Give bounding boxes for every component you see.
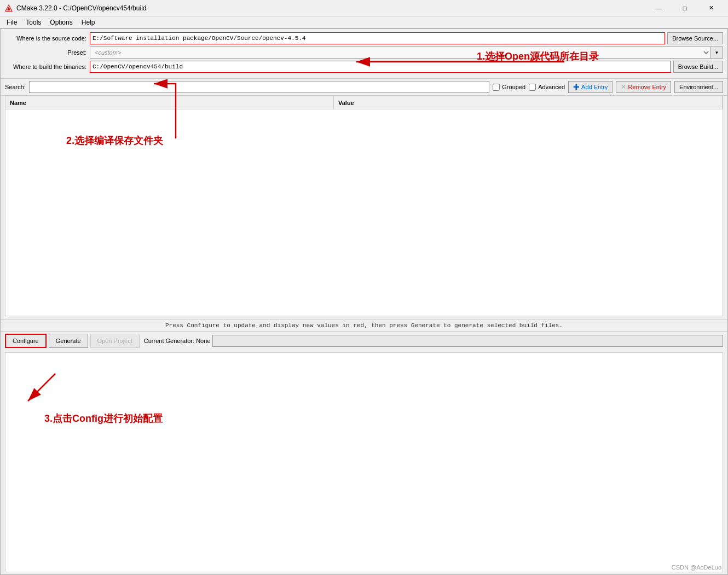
minimize-button[interactable]: — xyxy=(646,0,671,16)
window-title: CMake 3.22.0 - C:/OpenCV/opencv454/build xyxy=(16,4,646,12)
credit-text: CSDN @AoDeLuo xyxy=(672,564,721,571)
menu-help[interactable]: Help xyxy=(77,18,100,27)
environment-button[interactable]: Environment... xyxy=(674,81,723,93)
close-button[interactable]: ✕ xyxy=(698,0,724,16)
preset-row: Preset: <custom> ▼ xyxy=(5,47,723,59)
search-label: Search: xyxy=(5,84,26,90)
toolbar-row: Search: Grouped Advanced ✚ Add Entry ✕ R… xyxy=(1,79,727,96)
source-input[interactable] xyxy=(90,32,665,44)
preset-arrow[interactable]: ▼ xyxy=(711,47,723,59)
build-label: Where to build the binaries: xyxy=(5,63,90,70)
grouped-checkbox-group: Grouped xyxy=(493,84,525,91)
menu-tools[interactable]: Tools xyxy=(21,18,45,27)
window-controls: — □ ✕ xyxy=(646,0,724,16)
table-body xyxy=(5,109,723,316)
grouped-checkbox[interactable] xyxy=(493,84,500,91)
generator-text: Current Generator: None xyxy=(144,338,211,344)
remove-entry-button[interactable]: ✕ Remove Entry xyxy=(616,81,671,93)
button-row: Configure Generate Open Project Current … xyxy=(1,331,727,350)
menu-file[interactable]: File xyxy=(2,18,21,27)
value-column-header: Value xyxy=(334,96,723,109)
open-project-button[interactable]: Open Project xyxy=(90,334,140,348)
advanced-checkbox[interactable] xyxy=(529,84,536,91)
generator-input-spacer xyxy=(212,335,723,347)
status-message: Press Configure to update and display ne… xyxy=(165,322,563,329)
generator-input-area xyxy=(212,335,723,347)
generate-button[interactable]: Generate xyxy=(49,334,88,348)
log-area xyxy=(5,352,723,573)
source-row: Where is the source code: Browse Source.… xyxy=(5,32,723,44)
source-label: Where is the source code: xyxy=(5,35,90,42)
title-bar: CMake 3.22.0 - C:/OpenCV/opencv454/build… xyxy=(0,0,728,16)
cmake-icon xyxy=(4,4,13,13)
search-input[interactable] xyxy=(29,81,489,93)
table-area: Name Value xyxy=(5,96,723,316)
grouped-label[interactable]: Grouped xyxy=(502,84,525,90)
name-column-header: Name xyxy=(5,96,334,109)
build-row: Where to build the binaries: Browse Buil… xyxy=(5,61,723,73)
maximize-button[interactable]: □ xyxy=(672,0,697,16)
status-bar: Press Configure to update and display ne… xyxy=(1,320,727,331)
browse-source-button[interactable]: Browse Source... xyxy=(667,32,723,44)
preset-label: Preset: xyxy=(5,49,90,56)
advanced-label[interactable]: Advanced xyxy=(538,84,565,90)
configure-button[interactable]: Configure xyxy=(5,334,47,348)
preset-select[interactable]: <custom> xyxy=(90,47,711,59)
form-area: Where is the source code: Browse Source.… xyxy=(1,29,727,79)
browse-build-button[interactable]: Browse Build... xyxy=(673,61,723,73)
table-header: Name Value xyxy=(5,96,723,109)
build-input[interactable] xyxy=(90,61,671,73)
add-entry-button[interactable]: ✚ Add Entry xyxy=(568,81,613,93)
remove-icon: ✕ xyxy=(621,83,626,91)
menu-bar: File Tools Options Help xyxy=(0,16,728,28)
plus-icon: ✚ xyxy=(573,83,580,91)
menu-options[interactable]: Options xyxy=(45,18,77,27)
advanced-checkbox-group: Advanced xyxy=(529,84,565,91)
